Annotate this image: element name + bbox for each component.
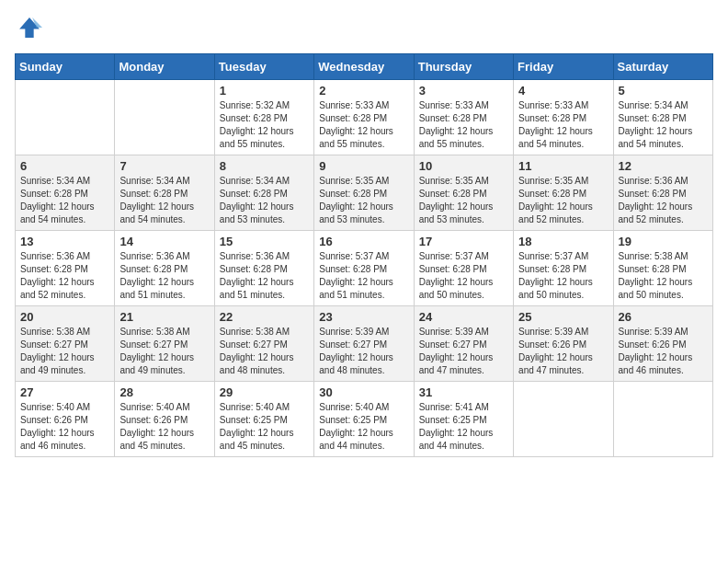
calendar-cell: 20Sunrise: 5:38 AM Sunset: 6:27 PM Dayli… (16, 306, 115, 382)
calendar-cell: 9Sunrise: 5:35 AM Sunset: 6:28 PM Daylig… (314, 155, 414, 231)
calendar-cell (613, 382, 712, 457)
day-number: 6 (20, 159, 109, 173)
day-info: Sunrise: 5:34 AM Sunset: 6:28 PM Dayligh… (119, 175, 209, 226)
calendar-cell: 19Sunrise: 5:38 AM Sunset: 6:28 PM Dayli… (613, 231, 712, 306)
calendar-cell: 23Sunrise: 5:39 AM Sunset: 6:27 PM Dayli… (314, 306, 414, 382)
calendar-cell: 15Sunrise: 5:36 AM Sunset: 6:28 PM Dayli… (214, 231, 313, 306)
calendar-cell (115, 80, 214, 155)
calendar-cell: 18Sunrise: 5:37 AM Sunset: 6:28 PM Dayli… (514, 231, 613, 306)
calendar-cell: 2Sunrise: 5:33 AM Sunset: 6:28 PM Daylig… (314, 80, 414, 155)
day-info: Sunrise: 5:33 AM Sunset: 6:28 PM Dayligh… (419, 99, 508, 151)
day-info: Sunrise: 5:34 AM Sunset: 6:28 PM Dayligh… (619, 99, 708, 151)
day-number: 1 (220, 84, 309, 98)
day-number: 20 (20, 310, 109, 324)
calendar-cell: 5Sunrise: 5:34 AM Sunset: 6:28 PM Daylig… (613, 80, 712, 155)
calendar-cell: 1Sunrise: 5:32 AM Sunset: 6:28 PM Daylig… (214, 80, 313, 155)
day-info: Sunrise: 5:33 AM Sunset: 6:28 PM Dayligh… (518, 99, 608, 151)
day-info: Sunrise: 5:36 AM Sunset: 6:28 PM Dayligh… (119, 250, 209, 302)
calendar-header-row: SundayMondayTuesdayWednesdayThursdayFrid… (16, 54, 713, 80)
calendar-cell: 29Sunrise: 5:40 AM Sunset: 6:25 PM Dayli… (214, 382, 313, 457)
day-info: Sunrise: 5:36 AM Sunset: 6:28 PM Dayligh… (20, 250, 109, 302)
calendar-week-row: 1Sunrise: 5:32 AM Sunset: 6:28 PM Daylig… (16, 80, 713, 155)
day-number: 2 (319, 84, 408, 98)
day-number: 24 (419, 310, 508, 324)
day-info: Sunrise: 5:34 AM Sunset: 6:28 PM Dayligh… (20, 175, 109, 226)
calendar-table: SundayMondayTuesdayWednesdayThursdayFrid… (15, 53, 713, 457)
calendar-week-row: 27Sunrise: 5:40 AM Sunset: 6:26 PM Dayli… (16, 382, 713, 457)
calendar-cell: 24Sunrise: 5:39 AM Sunset: 6:27 PM Dayli… (414, 306, 513, 382)
day-number: 15 (220, 235, 309, 248)
day-info: Sunrise: 5:35 AM Sunset: 6:28 PM Dayligh… (518, 175, 608, 226)
day-number: 29 (220, 385, 309, 399)
calendar-cell: 7Sunrise: 5:34 AM Sunset: 6:28 PM Daylig… (115, 155, 214, 231)
day-info: Sunrise: 5:39 AM Sunset: 6:26 PM Dayligh… (619, 326, 708, 377)
day-number: 25 (518, 310, 608, 324)
page-header (15, 15, 713, 44)
calendar-header-tuesday: Tuesday (214, 54, 313, 80)
day-number: 17 (419, 235, 508, 248)
day-info: Sunrise: 5:33 AM Sunset: 6:28 PM Dayligh… (319, 99, 408, 151)
day-number: 16 (319, 235, 408, 248)
calendar-cell: 31Sunrise: 5:41 AM Sunset: 6:25 PM Dayli… (414, 382, 513, 457)
day-number: 23 (319, 310, 408, 324)
calendar-week-row: 20Sunrise: 5:38 AM Sunset: 6:27 PM Dayli… (16, 306, 713, 382)
day-number: 13 (20, 235, 109, 248)
calendar-header-wednesday: Wednesday (314, 54, 414, 80)
day-number: 3 (419, 84, 508, 98)
calendar-header-monday: Monday (115, 54, 214, 80)
day-number: 8 (220, 159, 309, 173)
day-info: Sunrise: 5:37 AM Sunset: 6:28 PM Dayligh… (319, 250, 408, 302)
day-number: 19 (619, 235, 708, 248)
calendar-cell (16, 80, 115, 155)
calendar-cell: 12Sunrise: 5:36 AM Sunset: 6:28 PM Dayli… (613, 155, 712, 231)
calendar-cell: 3Sunrise: 5:33 AM Sunset: 6:28 PM Daylig… (414, 80, 513, 155)
day-number: 10 (419, 159, 508, 173)
day-number: 30 (319, 385, 408, 399)
calendar-cell: 11Sunrise: 5:35 AM Sunset: 6:28 PM Dayli… (514, 155, 613, 231)
day-info: Sunrise: 5:39 AM Sunset: 6:27 PM Dayligh… (419, 326, 508, 377)
day-info: Sunrise: 5:38 AM Sunset: 6:28 PM Dayligh… (619, 250, 708, 302)
day-number: 7 (119, 159, 209, 173)
day-number: 31 (419, 385, 508, 399)
day-number: 22 (220, 310, 309, 324)
day-number: 14 (119, 235, 209, 248)
calendar-cell: 4Sunrise: 5:33 AM Sunset: 6:28 PM Daylig… (514, 80, 613, 155)
day-number: 18 (518, 235, 608, 248)
calendar-cell: 22Sunrise: 5:38 AM Sunset: 6:27 PM Dayli… (214, 306, 313, 382)
logo-icon (17, 15, 42, 40)
calendar-header-friday: Friday (514, 54, 613, 80)
day-number: 4 (518, 84, 608, 98)
calendar-header-saturday: Saturday (613, 54, 712, 80)
day-number: 5 (619, 84, 708, 98)
day-info: Sunrise: 5:32 AM Sunset: 6:28 PM Dayligh… (220, 99, 309, 151)
day-number: 21 (119, 310, 209, 324)
svg-marker-0 (19, 17, 40, 38)
day-info: Sunrise: 5:38 AM Sunset: 6:27 PM Dayligh… (119, 326, 209, 377)
day-number: 28 (119, 385, 209, 399)
calendar-cell: 10Sunrise: 5:35 AM Sunset: 6:28 PM Dayli… (414, 155, 513, 231)
day-info: Sunrise: 5:38 AM Sunset: 6:27 PM Dayligh… (220, 326, 309, 377)
calendar-cell: 28Sunrise: 5:40 AM Sunset: 6:26 PM Dayli… (115, 382, 214, 457)
calendar-cell: 30Sunrise: 5:40 AM Sunset: 6:25 PM Dayli… (314, 382, 414, 457)
calendar-cell: 6Sunrise: 5:34 AM Sunset: 6:28 PM Daylig… (16, 155, 115, 231)
day-info: Sunrise: 5:40 AM Sunset: 6:26 PM Dayligh… (20, 401, 109, 453)
day-info: Sunrise: 5:38 AM Sunset: 6:27 PM Dayligh… (20, 326, 109, 377)
day-number: 11 (518, 159, 608, 173)
day-info: Sunrise: 5:35 AM Sunset: 6:28 PM Dayligh… (419, 175, 508, 226)
day-number: 12 (619, 159, 708, 173)
calendar-header-sunday: Sunday (16, 54, 115, 80)
day-number: 26 (619, 310, 708, 324)
calendar-cell (514, 382, 613, 457)
calendar-cell: 27Sunrise: 5:40 AM Sunset: 6:26 PM Dayli… (16, 382, 115, 457)
day-info: Sunrise: 5:35 AM Sunset: 6:28 PM Dayligh… (319, 175, 408, 226)
calendar-cell: 17Sunrise: 5:37 AM Sunset: 6:28 PM Dayli… (414, 231, 513, 306)
calendar-week-row: 6Sunrise: 5:34 AM Sunset: 6:28 PM Daylig… (16, 155, 713, 231)
day-info: Sunrise: 5:40 AM Sunset: 6:25 PM Dayligh… (319, 401, 408, 453)
day-info: Sunrise: 5:37 AM Sunset: 6:28 PM Dayligh… (518, 250, 608, 302)
day-number: 9 (319, 159, 408, 173)
calendar-cell: 8Sunrise: 5:34 AM Sunset: 6:28 PM Daylig… (214, 155, 313, 231)
day-info: Sunrise: 5:39 AM Sunset: 6:27 PM Dayligh… (319, 326, 408, 377)
calendar-cell: 16Sunrise: 5:37 AM Sunset: 6:28 PM Dayli… (314, 231, 414, 306)
day-info: Sunrise: 5:39 AM Sunset: 6:26 PM Dayligh… (518, 326, 608, 377)
day-number: 27 (20, 385, 109, 399)
